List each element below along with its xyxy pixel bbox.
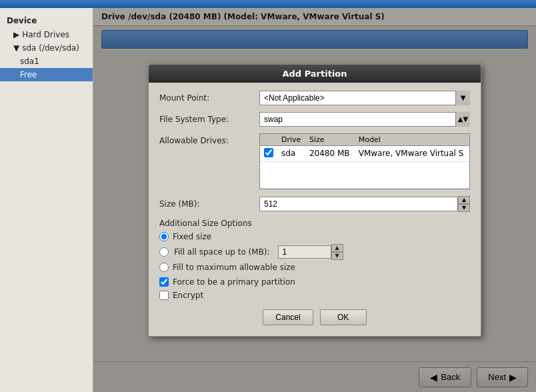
fill-max-radio[interactable] [159, 263, 169, 272]
fill-max-row: Fill to maximum allowable size [159, 263, 470, 272]
drives-table: Drive Size Model sda 20480 [260, 134, 469, 189]
right-content: Drive /dev/sda (20480 MB) (Model: VMware… [93, 8, 536, 392]
size-row: Size (MB): ▲ ▼ [159, 196, 470, 212]
size-input[interactable] [259, 197, 458, 211]
ok-button[interactable]: OK [320, 309, 367, 325]
mount-point-row: Mount Point: <Not Applicable> ▼ [159, 91, 470, 105]
sidebar-item-sda1[interactable]: sda1 [0, 55, 93, 68]
fill-input-wrap: ▲ ▼ [278, 244, 343, 260]
mount-point-label: Mount Point: [159, 93, 259, 103]
fill-decrement-button[interactable]: ▼ [331, 252, 343, 260]
mount-point-control: <Not Applicable> ▼ [259, 91, 470, 105]
force-primary-row: Force to be a primary partition [159, 277, 470, 287]
fixed-size-label: Fixed size [173, 232, 211, 241]
fill-increment-button[interactable]: ▲ [331, 244, 343, 252]
size-decrement-button[interactable]: ▼ [458, 204, 470, 212]
add-partition-dialog: Add Partition Mount Point: <Not Applicab… [148, 64, 481, 337]
sidebar-item-label: Hard Drives [22, 30, 69, 39]
top-bar [0, 0, 536, 8]
drive-model-cell: VMware, VMware Virtual S [355, 145, 469, 161]
size-increment-button[interactable]: ▲ [458, 196, 470, 204]
drive-checkbox[interactable] [264, 148, 273, 157]
filesystem-type-control: swap ▲▼ [259, 112, 470, 127]
sidebar-item-label: sda (/dev/sda) [22, 43, 79, 53]
modal-overlay: Add Partition Mount Point: <Not Applicab… [93, 8, 536, 392]
encrypt-row: Encrypt [159, 291, 470, 300]
sidebar: Device ▶ Hard Drives ▼ sda (/dev/sda) sd… [0, 8, 93, 392]
drives-col-drive: Drive [277, 134, 305, 146]
drives-col-check [260, 134, 277, 146]
cancel-button[interactable]: Cancel [263, 309, 313, 325]
arrow-icon: ▼ [13, 43, 19, 53]
radio-group: Fixed size Fill all space up to (MB): ▲ … [159, 232, 470, 272]
size-input-wrap: ▲ ▼ [259, 196, 470, 212]
size-label: Size (MB): [159, 199, 259, 209]
mount-point-select[interactable]: <Not Applicable> [259, 91, 470, 105]
table-row: sda 20480 MB VMware, VMware Virtual S [260, 145, 469, 161]
fill-spinner: ▲ ▼ [331, 244, 343, 260]
force-primary-label: Force to be a primary partition [173, 277, 295, 287]
fill-up-to-row: Fill all space up to (MB): ▲ ▼ [159, 244, 470, 260]
fixed-size-row: Fixed size [159, 232, 470, 241]
filesystem-type-select[interactable]: swap [259, 112, 470, 127]
drive-name-cell: sda [277, 145, 305, 161]
size-spinner: ▲ ▼ [458, 196, 470, 212]
dialog-buttons: Cancel OK [159, 309, 470, 328]
allowable-drives-row: Allowable Drives: Drive Size Model [159, 133, 470, 189]
encrypt-checkbox[interactable] [159, 291, 169, 300]
encrypt-label: Encrypt [173, 291, 203, 300]
fill-up-to-input[interactable] [278, 245, 331, 259]
sidebar-item-free[interactable]: Free [0, 68, 93, 81]
sidebar-device-title: Device [0, 13, 93, 28]
filesystem-type-row: File System Type: swap ▲▼ [159, 112, 470, 127]
dialog-body: Mount Point: <Not Applicable> ▼ File Sys… [149, 83, 481, 336]
fill-max-label: Fill to maximum allowable size [173, 263, 295, 272]
drive-check-cell[interactable] [260, 145, 277, 161]
empty-row [260, 161, 469, 188]
force-primary-checkbox[interactable] [159, 277, 169, 287]
arrow-icon: ▶ [13, 30, 19, 39]
allowable-drives-label: Allowable Drives: [159, 133, 259, 145]
fixed-size-radio[interactable] [159, 232, 169, 241]
filesystem-type-label: File System Type: [159, 115, 259, 124]
dialog-titlebar: Add Partition [149, 65, 481, 83]
sidebar-item-label: sda1 [20, 57, 39, 66]
drives-col-size: Size [305, 134, 355, 146]
drives-col-model: Model [355, 134, 469, 146]
sidebar-item-sda[interactable]: ▼ sda (/dev/sda) [0, 41, 93, 55]
sidebar-item-label: Free [20, 70, 37, 79]
fill-up-to-label: Fill all space up to (MB): [174, 247, 270, 257]
sidebar-item-hard-drives[interactable]: ▶ Hard Drives [0, 28, 93, 41]
drive-size-cell: 20480 MB [305, 145, 355, 161]
fill-up-to-radio[interactable] [159, 247, 169, 257]
additional-size-options-title: Additional Size Options [159, 219, 470, 228]
drives-table-container: Drive Size Model sda 20480 [259, 133, 470, 189]
